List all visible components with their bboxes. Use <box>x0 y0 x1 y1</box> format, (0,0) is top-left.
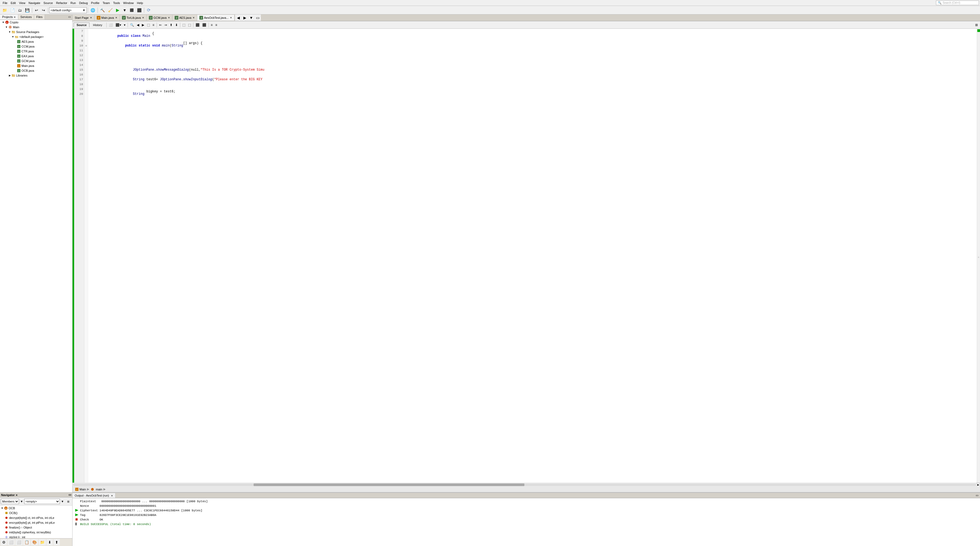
new-file-btn[interactable]: 📄 <box>9 7 16 13</box>
tab-services[interactable]: Services <box>18 14 34 20</box>
expand-crypto[interactable]: ▼ <box>2 21 5 24</box>
shift-up[interactable]: ⬆ <box>169 22 173 28</box>
refresh-btn[interactable]: ⟳ <box>145 7 152 13</box>
menu-edit[interactable]: Edit <box>9 1 18 5</box>
hammer-btn[interactable]: 🔨 <box>99 7 106 13</box>
expand-ocb[interactable]: ▼ <box>0 507 4 509</box>
find-next[interactable]: ▶ <box>141 22 145 28</box>
tab-aesocb[interactable]: J AesOcbTest.java... ✕ <box>197 15 234 21</box>
menu-source[interactable]: Source <box>42 1 54 5</box>
tree-item-crypto[interactable]: ▼ C Crypto <box>0 20 72 25</box>
menu-refactor[interactable]: Refactor <box>54 1 69 5</box>
tree-item-gcm[interactable]: J GCM.java <box>0 59 72 63</box>
source-button[interactable]: Source <box>73 22 89 27</box>
nav-tb-7[interactable]: ⬇ <box>46 539 53 546</box>
config-dropdown[interactable]: <default config> ▼ <box>49 7 87 13</box>
next-bookmark[interactable]: ▾ <box>123 22 127 28</box>
nav-item-ocb-constructor[interactable]: OCB() <box>0 511 72 515</box>
menu-file[interactable]: File <box>1 1 9 5</box>
toggle-comment[interactable]: ⬚ <box>187 22 192 28</box>
tree-item-eax[interactable]: J EAX.java <box>0 54 72 59</box>
pin-tab-btn[interactable]: ⊞ <box>974 22 979 28</box>
tree-item-main-java[interactable]: J Main.java <box>0 63 72 68</box>
nav-tb-3[interactable]: ⬜ <box>15 539 22 546</box>
history-button[interactable]: History <box>90 22 105 27</box>
find-btn[interactable]: 🔍 <box>129 22 135 28</box>
clean-btn[interactable]: 🧹 <box>107 7 114 13</box>
menu-navigate[interactable]: Navigate <box>27 1 41 5</box>
tab-aes[interactable]: J AES.java ✕ <box>172 15 197 21</box>
scrollbar-track[interactable] <box>73 483 976 486</box>
diff-btn[interactable]: ≡ <box>210 22 214 28</box>
find-prev[interactable]: ◀ <box>136 22 140 28</box>
output-panel-close[interactable]: ▭ <box>974 493 980 498</box>
tree-item-aes[interactable]: J AES.java <box>0 39 72 44</box>
fold-10[interactable]: ⊟ <box>84 43 88 48</box>
left-panel-close[interactable]: ▭ <box>67 14 72 20</box>
nav-item-encrypt[interactable]: encrypt(byte[] pt, int ptPos, int ptLe <box>0 520 72 525</box>
nav-tb-6[interactable]: 📁 <box>39 539 46 546</box>
prev-bookmark[interactable]: ⬛▾ <box>115 22 122 28</box>
align-btn[interactable]: ≡ <box>215 22 218 28</box>
tree-item-ccm[interactable]: J CCM.java <box>0 44 72 49</box>
menu-tools[interactable]: Tools <box>111 1 122 5</box>
tab-files[interactable]: Files <box>34 14 45 20</box>
nav-tb-1[interactable]: ⚙ <box>0 539 7 546</box>
menu-debug[interactable]: Debug <box>77 1 89 5</box>
run-config-btn[interactable]: ▼ <box>121 7 128 13</box>
toggle-lines[interactable]: ≡ <box>151 22 156 28</box>
stop-btn-2[interactable]: ⬛ <box>201 22 207 28</box>
tab-close-torlib[interactable]: ✕ <box>142 16 144 19</box>
tab-close-aesocb[interactable]: ✕ <box>230 16 232 19</box>
tabs-dropdown[interactable]: ▼ <box>248 14 255 21</box>
nav-item-decrypt[interactable]: decrypt(byte[] ct, int ctPos, int ctLe <box>0 515 72 520</box>
stop-btn[interactable]: ⬛ <box>129 7 135 13</box>
expand-default-pkg[interactable]: ▼ <box>11 35 14 38</box>
tab-close-gcm[interactable]: ✕ <box>168 16 170 19</box>
tree-item-source-packages[interactable]: ▼ Source Packages <box>0 30 72 34</box>
tree-item-default-package[interactable]: ▼ <default package> <box>0 34 72 39</box>
tree-item-ctr[interactable]: J CTR.java <box>0 49 72 54</box>
menu-run[interactable]: Run <box>69 1 77 5</box>
tab-projects[interactable]: Projects ✕ <box>0 14 18 20</box>
menu-window[interactable]: Window <box>122 1 135 5</box>
breadcrumb-method[interactable]: main <box>90 487 102 492</box>
menu-profile[interactable]: Profile <box>89 1 101 5</box>
tab-main-java[interactable]: J Main.java ✕ <box>95 15 120 21</box>
match-select[interactable]: ⬚ <box>146 22 151 28</box>
nav-tb-4[interactable]: 📋 <box>23 539 30 546</box>
tabs-scroll-left[interactable]: ◀ <box>235 14 242 21</box>
nav-filter-select[interactable]: <empty> <box>24 499 60 504</box>
tabs-restore[interactable]: ▭ <box>255 14 261 21</box>
tab-close-aes[interactable]: ✕ <box>192 16 195 19</box>
tab-torlib[interactable]: J TorLib.java ✕ <box>120 15 147 21</box>
nav-item-finalize[interactable]: finalize() ↑ Object <box>0 525 72 530</box>
tree-item-main[interactable]: ▼ Main <box>0 25 72 30</box>
nav-tb-8[interactable]: ⬆ <box>54 539 60 546</box>
menu-help[interactable]: Help <box>135 1 145 5</box>
editor-scrollbar[interactable]: ▶ <box>73 483 980 486</box>
expand-libraries[interactable]: ▶ <box>8 74 11 77</box>
scroll-right-btn[interactable]: ▶ <box>976 483 980 487</box>
navigator-close-icon[interactable]: ▭ <box>68 493 71 497</box>
toggle-bookmarks[interactable]: ⬜ <box>108 22 114 28</box>
expand-source[interactable]: ▼ <box>8 31 11 33</box>
shift-down[interactable]: ⬇ <box>174 22 179 28</box>
output-tab-close-x[interactable]: ✕ <box>111 494 113 497</box>
nav-btn-1[interactable]: ⊞ <box>65 498 72 505</box>
globe-btn[interactable]: 🌐 <box>89 7 97 13</box>
tree-item-libraries[interactable]: ▶ Libraries <box>0 73 72 78</box>
undo-btn[interactable]: ↩ <box>33 7 40 13</box>
breadcrumb-main[interactable]: Main <box>80 488 86 491</box>
nav-root-ocb[interactable]: ▼ O OCB <box>0 506 72 511</box>
outdent[interactable]: ⇐ <box>158 22 163 28</box>
menu-team[interactable]: Team <box>101 1 111 5</box>
nav-item-init[interactable]: init(byte[] cipherKey, int keyBits) <box>0 530 72 535</box>
save-btn[interactable]: 💾 <box>24 7 31 13</box>
expand-main[interactable]: ▼ <box>5 26 8 29</box>
redo-btn[interactable]: ↪ <box>40 7 47 13</box>
nav-members-select[interactable]: Members <box>1 499 19 504</box>
tab-close-main[interactable]: ✕ <box>115 16 118 19</box>
nav-tb-5[interactable]: 🎨 <box>31 539 38 546</box>
tree-item-ocb[interactable]: J OCB.java <box>0 68 72 73</box>
